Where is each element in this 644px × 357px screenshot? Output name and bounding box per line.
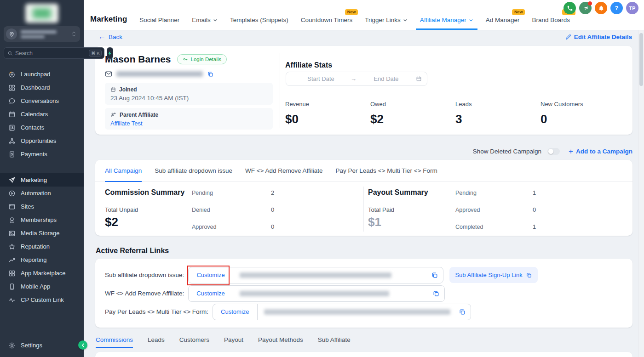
- sidebar-item-reporting[interactable]: Reporting: [0, 253, 84, 266]
- campaign-tab-pay-per-leads[interactable]: Pay Per Leads <> Multi Tier <> Form: [336, 160, 437, 181]
- help-button[interactable]: ?: [610, 2, 623, 14]
- payout-summary: Payout Summary Total Paid $1 Pending1 Ap…: [368, 182, 623, 235]
- scrollbar-thumb[interactable]: [639, 33, 643, 86]
- back-arrow-icon: ←: [98, 33, 106, 40]
- copy-link-icon[interactable]: [432, 290, 440, 297]
- sidebar-item-label: App Marketplace: [21, 270, 66, 277]
- sidebar-item-settings[interactable]: Settings: [0, 339, 84, 352]
- sidebar-item-label: Sites: [21, 203, 34, 210]
- ai-assistant-button[interactable]: [107, 47, 113, 59]
- customize-button[interactable]: Customize: [189, 286, 233, 301]
- sidebar-nav: Launchpad Dashboard Conversations Calend…: [0, 68, 84, 306]
- sidebar-item-conversations[interactable]: Conversations: [0, 94, 84, 108]
- search-input[interactable]: [15, 50, 86, 57]
- sidebar-item-mobile-app[interactable]: Mobile App: [0, 280, 84, 293]
- login-details-badge[interactable]: Login Details: [177, 54, 227, 64]
- phone-button[interactable]: [564, 2, 576, 14]
- tab-customers[interactable]: Customers: [179, 336, 209, 348]
- sidebar-item-reputation[interactable]: Reputation: [0, 240, 84, 253]
- campaign-tab-all[interactable]: All Campaign: [105, 160, 142, 181]
- sidebar-collapse-button[interactable]: [78, 340, 87, 350]
- customize-button[interactable]: Customize: [213, 304, 257, 320]
- page-scrollbar[interactable]: [638, 30, 644, 357]
- edit-pencil-icon: [565, 34, 571, 40]
- tab-templates-snippets[interactable]: Templates (Snippets): [230, 17, 288, 23]
- sidebar-item-launchpad[interactable]: Launchpad: [0, 68, 84, 81]
- sidebar-item-label: Reporting: [21, 256, 46, 263]
- launchpad-icon: [8, 71, 16, 78]
- tab-emails[interactable]: Emails: [192, 17, 218, 23]
- sidebar-search[interactable]: ⌘ K: [4, 47, 104, 59]
- tab-sub-affiliate[interactable]: Sub Affiliate: [318, 336, 351, 348]
- campaign-tab-sub-affiliate-dropdown-issue[interactable]: Sub affiliate dropdown issue: [155, 160, 232, 181]
- tab-trigger-links[interactable]: Trigger Links: [365, 17, 408, 23]
- sidebar-item-label: Reputation: [21, 243, 50, 250]
- start-date-input[interactable]: Start Date: [291, 75, 351, 82]
- sidebar-item-calendars[interactable]: Calendars: [0, 108, 84, 121]
- notifications-button[interactable]: [595, 2, 607, 14]
- referral-url-field[interactable]: [258, 304, 471, 320]
- sub-affiliate-signup-link-button[interactable]: Sub Affiliate Sign-Up Link: [449, 267, 537, 283]
- metric-new-customers: New Customers 0: [540, 101, 626, 126]
- copy-email-icon[interactable]: [207, 71, 214, 78]
- sidebar-item-opportunities[interactable]: Opportunities: [0, 134, 84, 147]
- sidebar-item-media-storage[interactable]: Media Storage: [0, 227, 84, 240]
- referral-url-field[interactable]: [233, 267, 443, 283]
- chevron-down-icon: [403, 18, 408, 23]
- tab-social-planner[interactable]: Social Planner: [139, 17, 179, 23]
- referral-url-field[interactable]: [233, 286, 445, 301]
- sidebar-item-automation[interactable]: Automation: [0, 187, 84, 200]
- payout-row-completed: Completed1: [455, 223, 536, 230]
- affiliate-stats-pane: Affiliate Stats Start Date → End Date Re…: [285, 46, 623, 135]
- announcement-icon: [582, 5, 589, 11]
- calendar-icon: [416, 76, 422, 82]
- commission-row-pending: Pending2: [192, 189, 274, 196]
- sidebar-item-sites[interactable]: Sites: [0, 200, 84, 213]
- edit-affiliate-details-button[interactable]: Edit Affiliate Details: [565, 34, 632, 40]
- tab-countdown-timers[interactable]: Countdown TimersNew: [301, 17, 353, 23]
- tab-payout-methods[interactable]: Payout Methods: [258, 336, 303, 348]
- search-icon: [7, 51, 13, 56]
- parent-affiliate-link[interactable]: Affiliate Test: [110, 120, 267, 127]
- campaign-tab-wf-add-remove-affiliate[interactable]: WF <> Add Remove Affiliate: [245, 160, 323, 181]
- commission-row-denied: Denied0: [192, 206, 274, 213]
- sidebar-item-payments[interactable]: Payments: [0, 147, 84, 161]
- customize-button[interactable]: Customize: [189, 267, 233, 283]
- announcements-button[interactable]: [579, 2, 592, 14]
- tab-leads[interactable]: Leads: [148, 336, 165, 348]
- joined-date: 23 Aug 2024 10:45 AM (IST): [110, 95, 267, 102]
- location-pin-icon: [6, 28, 17, 40]
- date-range-picker[interactable]: Start Date → End Date: [286, 72, 427, 86]
- media-storage-icon: [8, 230, 16, 237]
- sidebar-item-label: Opportunities: [21, 137, 56, 144]
- sidebar-item-contacts[interactable]: Contacts: [0, 121, 84, 134]
- add-to-campaign-button[interactable]: + Add to a Campaign: [569, 147, 632, 155]
- mobile-app-icon: [8, 283, 16, 290]
- sidebar-item-dashboard[interactable]: Dashboard: [0, 81, 84, 94]
- total-paid-value: $1: [368, 215, 381, 229]
- sidebar-item-marketing[interactable]: Marketing: [0, 173, 84, 187]
- account-switcher[interactable]: [4, 26, 80, 42]
- automation-icon: [8, 190, 16, 197]
- user-avatar[interactable]: TP: [626, 2, 638, 14]
- sidebar-item-label: Calendars: [21, 111, 48, 118]
- sidebar-item-cp-custom-link[interactable]: CP Custom Link: [0, 293, 84, 306]
- opportunities-icon: [8, 137, 16, 145]
- commissions-table-card: [95, 352, 632, 357]
- referral-links-card: Sub affiliate dropdown issue: Customize …: [95, 259, 632, 328]
- tab-affiliate-manager[interactable]: Affiliate Manager: [420, 17, 473, 23]
- tab-commissions[interactable]: Commissions: [96, 336, 133, 348]
- copy-link-icon[interactable]: [431, 272, 438, 279]
- tab-ad-manager[interactable]: Ad ManagerNew: [486, 17, 520, 23]
- copy-link-icon[interactable]: [459, 308, 466, 316]
- end-date-input[interactable]: End Date: [356, 75, 416, 82]
- back-button[interactable]: ← Back: [98, 33, 122, 40]
- sidebar-item-label: Conversations: [21, 97, 59, 104]
- account-name-blurred: [21, 30, 68, 38]
- sidebar-item-app-marketplace[interactable]: App Marketplace: [0, 266, 84, 280]
- contacts-icon: [8, 124, 16, 131]
- show-deleted-campaign-toggle[interactable]: [547, 148, 560, 155]
- tab-payout[interactable]: Payout: [224, 336, 243, 348]
- sidebar-item-memberships[interactable]: Memberships: [0, 213, 84, 227]
- tab-brand-boards[interactable]: Brand BoardsNew: [532, 17, 570, 23]
